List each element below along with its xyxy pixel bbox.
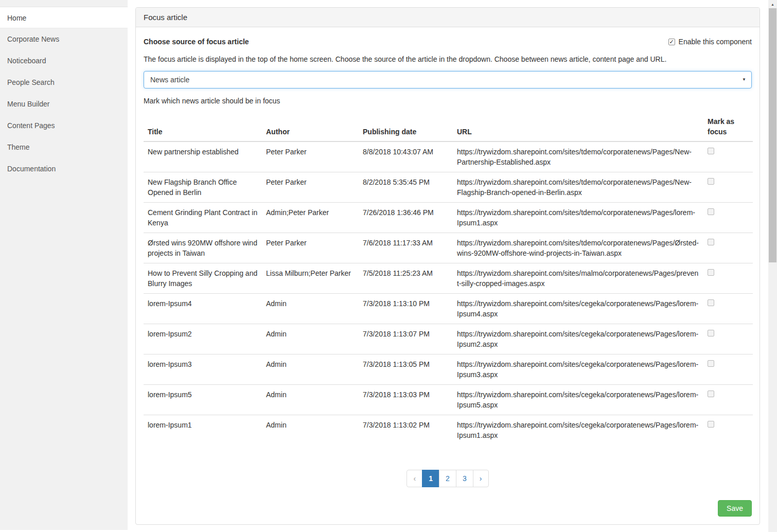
column-header-author: Author — [262, 112, 359, 141]
main-content: Focus article Choose source of focus art… — [128, 0, 768, 532]
publishing-date: 8/8/2018 10:43:07 AM — [359, 141, 453, 172]
mark-as-focus-cell — [703, 294, 753, 324]
articles-table: Title Author Publishing date URL Mark as… — [144, 112, 753, 445]
mark-as-focus-checkbox[interactable] — [708, 391, 714, 397]
scrollbar-thumb[interactable] — [769, 8, 776, 262]
table-row: lorem-Ipsum3 Admin 7/3/2018 1:13:05 PM h… — [144, 354, 753, 385]
mark-as-focus-checkbox[interactable] — [708, 239, 714, 245]
table-row: Ørsted wins 920MW offshore wind projects… — [144, 233, 753, 263]
table-row: New partnership established Peter Parker… — [144, 141, 753, 172]
app-window: Home Corporate News Noticeboard People S… — [0, 0, 777, 532]
sidebar-item-corporate-news[interactable]: Corporate News — [0, 28, 128, 50]
pagination-page-2[interactable]: 2 — [439, 470, 456, 487]
publishing-date: 7/6/2018 11:17:33 AM — [359, 233, 453, 263]
mark-as-focus-cell — [703, 233, 753, 263]
sidebar-item-theme[interactable]: Theme — [0, 136, 128, 158]
table-body: New partnership established Peter Parker… — [144, 141, 753, 445]
mark-as-focus-cell — [703, 203, 753, 233]
article-title: lorem-Ipsum4 — [144, 294, 262, 324]
sidebar: Home Corporate News Noticeboard People S… — [0, 0, 128, 530]
mark-instruction: Mark which news article should be in foc… — [144, 97, 752, 105]
mark-as-focus-checkbox[interactable] — [708, 269, 714, 276]
article-author: Peter Parker — [262, 172, 359, 203]
article-url: https://trywizdom.sharepoint.com/sites/m… — [453, 263, 703, 294]
publishing-date: 7/3/2018 1:13:03 PM — [359, 385, 453, 415]
scrollbar[interactable]: ▲ — [768, 0, 777, 532]
section-heading: Choose source of focus article — [144, 38, 249, 46]
mark-as-focus-checkbox[interactable] — [708, 421, 714, 428]
pagination-page-3[interactable]: 3 — [456, 470, 473, 487]
article-url: https://trywizdom.sharepoint.com/sites/c… — [453, 385, 703, 415]
publishing-date: 7/3/2018 1:13:02 PM — [359, 415, 453, 446]
mark-as-focus-checkbox[interactable] — [708, 208, 714, 215]
publishing-date: 7/3/2018 1:13:10 PM — [359, 294, 453, 324]
publishing-date: 7/3/2018 1:13:07 PM — [359, 324, 453, 354]
mark-as-focus-cell — [703, 141, 753, 172]
pagination-page-1[interactable]: 1 — [422, 470, 439, 487]
table-row: How to Prevent Silly Cropping and Blurry… — [144, 263, 753, 294]
publishing-date: 7/5/2018 11:25:23 AM — [359, 263, 453, 294]
sidebar-item-content-pages[interactable]: Content Pages — [0, 115, 128, 136]
mark-as-focus-cell — [703, 263, 753, 294]
enable-component-label: Enable this component — [679, 38, 752, 46]
sidebar-item-people-search[interactable]: People Search — [0, 72, 128, 93]
source-select-value: News article — [150, 76, 189, 84]
table-row: lorem-Ipsum1 Admin 7/3/2018 1:13:02 PM h… — [144, 415, 753, 446]
table-row: New Flagship Branch Office Opened in Ber… — [144, 172, 753, 203]
article-url: https://trywizdom.sharepoint.com/sites/c… — [453, 294, 703, 324]
save-button[interactable]: Save — [718, 500, 752, 517]
article-author: Admin — [262, 294, 359, 324]
sidebar-item-noticeboard[interactable]: Noticeboard — [0, 50, 128, 72]
panel-title: Focus article — [144, 13, 187, 22]
enable-component-toggle[interactable]: ✓ Enable this component — [668, 38, 752, 46]
pagination-container: ‹ 1 2 3 › — [144, 470, 752, 487]
article-author: Lissa Milburn;Peter Parker — [262, 263, 359, 294]
mark-as-focus-checkbox[interactable] — [708, 330, 714, 336]
description-text: The focus article is displayed in the to… — [144, 55, 752, 63]
article-author: Peter Parker — [262, 141, 359, 172]
article-title: New partnership established — [144, 141, 262, 172]
column-header-publishing-date: Publishing date — [359, 112, 453, 141]
mark-as-focus-cell — [703, 172, 753, 203]
mark-as-focus-checkbox[interactable] — [708, 148, 714, 154]
column-header-url: URL — [453, 112, 703, 141]
mark-as-focus-cell — [703, 324, 753, 354]
table-row: lorem-Ipsum2 Admin 7/3/2018 1:13:07 PM h… — [144, 324, 753, 354]
mark-as-focus-checkbox[interactable] — [708, 178, 714, 185]
chevron-right-icon: › — [480, 474, 482, 483]
pagination: ‹ 1 2 3 › — [407, 470, 488, 487]
article-title: lorem-Ipsum2 — [144, 324, 262, 354]
article-author: Admin — [262, 354, 359, 385]
article-title: lorem-Ipsum5 — [144, 385, 262, 415]
article-author: Admin — [262, 324, 359, 354]
publishing-date: 7/3/2018 1:13:05 PM — [359, 354, 453, 385]
article-url: https://trywizdom.sharepoint.com/sites/t… — [453, 172, 703, 203]
pagination-next[interactable]: › — [473, 470, 489, 487]
mark-as-focus-checkbox[interactable] — [708, 360, 714, 367]
sidebar-item-documentation[interactable]: Documentation — [0, 158, 128, 180]
chevron-down-icon: ▼ — [742, 72, 746, 88]
mark-as-focus-checkbox[interactable] — [708, 299, 714, 306]
article-url: https://trywizdom.sharepoint.com/sites/t… — [453, 141, 703, 172]
article-title: Ørsted wins 920MW offshore wind projects… — [144, 233, 262, 263]
sidebar-item-menu-builder[interactable]: Menu Builder — [0, 93, 128, 115]
article-title: New Flagship Branch Office Opened in Ber… — [144, 172, 262, 203]
column-header-mark-as-focus: Mark as focus — [703, 112, 753, 141]
article-author: Admin — [262, 415, 359, 446]
table-header-row: Title Author Publishing date URL Mark as… — [144, 112, 753, 141]
article-url: https://trywizdom.sharepoint.com/sites/c… — [453, 324, 703, 354]
article-author: Admin;Peter Parker — [262, 203, 359, 233]
mark-as-focus-cell — [703, 385, 753, 415]
enable-component-checkbox[interactable]: ✓ — [668, 39, 675, 45]
table-row: lorem-Ipsum5 Admin 7/3/2018 1:13:03 PM h… — [144, 385, 753, 415]
sidebar-item-home[interactable]: Home — [0, 7, 128, 28]
scroll-up-arrow-icon[interactable]: ▲ — [768, 0, 777, 8]
pagination-prev[interactable]: ‹ — [407, 470, 422, 487]
article-title: How to Prevent Silly Cropping and Blurry… — [144, 263, 262, 294]
article-url: https://trywizdom.sharepoint.com/sites/c… — [453, 354, 703, 385]
article-title: lorem-Ipsum1 — [144, 415, 262, 446]
article-author: Peter Parker — [262, 233, 359, 263]
focus-article-panel: Focus article Choose source of focus art… — [135, 7, 760, 525]
article-title: Cement Grinding Plant Contract in Kenya — [144, 203, 262, 233]
source-select[interactable]: News article ▼ — [144, 71, 752, 88]
